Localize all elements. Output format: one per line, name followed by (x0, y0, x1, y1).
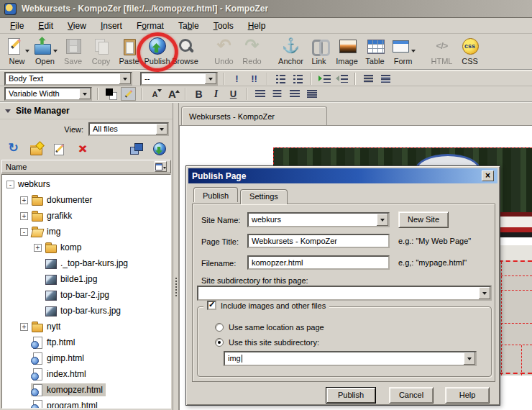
editor-tab[interactable]: Webkursets - KompoZer (181, 106, 327, 126)
site-manager-header[interactable]: Site Manager (0, 103, 173, 119)
bold-button[interactable]: B (191, 87, 206, 101)
text-color-picker[interactable] (104, 87, 119, 101)
dropdown-arrow-icon[interactable] (25, 50, 29, 53)
cascade-windows-icon[interactable] (129, 142, 143, 155)
include-images-checkbox[interactable] (207, 301, 216, 310)
dropdown-arrow-icon[interactable] (156, 124, 168, 135)
column-picker-icon[interactable] (155, 161, 167, 172)
delete-icon[interactable] (75, 142, 89, 155)
publish-site-icon[interactable] (152, 142, 166, 155)
filename-input[interactable] (247, 255, 390, 270)
window-titlebar[interactable]: Webkursets - KompoZer [file:/.../komopze… (0, 0, 532, 18)
site-subdirectory-option[interactable]: Use this site subdirectory: (215, 338, 319, 347)
tree-item-program-html[interactable]: program.html (2, 398, 170, 409)
dialog-titlebar[interactable]: Publish Page × (188, 168, 497, 183)
align-center-button[interactable] (270, 87, 285, 101)
absolute-position-button[interactable] (361, 72, 376, 86)
expand-icon[interactable]: + (20, 212, 28, 220)
menu-insert[interactable]: Insert (93, 19, 129, 33)
menu-table[interactable]: Table (171, 19, 206, 33)
menu-help[interactable]: Help (241, 19, 273, 33)
dropdown-arrow-icon[interactable] (377, 214, 388, 226)
toolbar-button-open[interactable]: Open (31, 35, 59, 65)
view-filter-select[interactable]: All files (88, 122, 169, 136)
new-site-button[interactable]: New Site (398, 211, 449, 228)
align-justify-button[interactable] (304, 87, 319, 101)
tree-item-webkurs[interactable]: -webkurs (2, 176, 170, 192)
toolbar-button-css[interactable]: cssCSS (456, 35, 484, 65)
same-location-radio[interactable] (215, 323, 224, 332)
relative-position-button[interactable] (378, 72, 393, 86)
increase-font-button[interactable]: A (165, 87, 180, 101)
help-button[interactable]: Help (445, 387, 490, 404)
dropdown-arrow-icon[interactable] (205, 73, 216, 84)
collapse-triangle-icon[interactable] (5, 109, 11, 116)
expand-icon[interactable]: + (34, 244, 42, 252)
dropdown-arrow-icon[interactable] (79, 88, 91, 99)
toolbar-button-publish[interactable]: Publish (143, 35, 171, 65)
close-icon[interactable]: × (482, 170, 494, 181)
splitter-grip-icon[interactable] (175, 278, 177, 296)
dropdown-arrow-icon[interactable] (119, 73, 131, 84)
menu-tools[interactable]: Tools (206, 19, 241, 33)
tree-item-bilde1-jpg[interactable]: bilde1.jpg (2, 271, 170, 287)
toolbar-button-new[interactable]: New (3, 35, 31, 65)
tree-item-top-bar-kurs-jpg[interactable]: ._top-bar-kurs.jpg (2, 255, 170, 271)
align-right-button[interactable] (287, 87, 302, 101)
menu-edit[interactable]: Edit (31, 19, 60, 33)
toolbar-button-paste[interactable]: Paste (115, 35, 143, 65)
site-name-select[interactable]: webkurs (247, 212, 390, 227)
edit-page-icon[interactable] (52, 142, 66, 155)
panel-splitter[interactable] (173, 103, 179, 410)
image-subdirectory-value[interactable]: img (225, 352, 464, 365)
toolbar-button-browse[interactable]: Browse (171, 35, 199, 65)
collapse-icon[interactable]: - (20, 228, 28, 236)
align-left-button[interactable] (252, 87, 267, 101)
tree-item-gimp-html[interactable]: gimp.html (2, 350, 170, 366)
decrease-font-button[interactable]: A (147, 87, 162, 101)
tree-item-ftp-html[interactable]: ftp.html (2, 334, 170, 350)
tree-item-img[interactable]: -img (2, 224, 170, 240)
numbered-list-button[interactable] (273, 72, 288, 86)
cancel-button[interactable]: Cancel (389, 387, 434, 404)
highlight-color-button[interactable] (121, 87, 136, 101)
dropdown-arrow-icon[interactable] (53, 50, 58, 53)
menu-view[interactable]: View (60, 19, 93, 33)
menu-format[interactable]: Format (129, 19, 171, 33)
site-subdirectory-radio[interactable] (215, 338, 224, 347)
toolbar-button-table[interactable]: Table (361, 35, 389, 65)
underline-button[interactable]: U (226, 87, 241, 101)
strong-emphasis-button[interactable]: !! (247, 72, 262, 86)
toolbar-button-image[interactable]: Image (333, 35, 361, 65)
dropdown-arrow-icon[interactable] (464, 352, 475, 365)
toolbar-button-link[interactable]: Link (305, 35, 333, 65)
indent-button[interactable] (317, 72, 332, 86)
page-title-input[interactable] (247, 234, 390, 248)
new-folder-icon[interactable] (29, 142, 43, 155)
tree-item-nytt[interactable]: +nytt (2, 319, 170, 334)
name-column-header[interactable]: Name (1, 160, 171, 173)
bulleted-list-button[interactable] (290, 72, 306, 86)
dropdown-arrow-icon[interactable] (479, 287, 490, 299)
tree-item-index-html[interactable]: index.html (2, 366, 170, 382)
collapse-icon[interactable]: - (6, 181, 14, 188)
dropdown-arrow-icon[interactable] (411, 50, 416, 53)
tree-item-komp[interactable]: +komp (2, 240, 170, 255)
image-subdirectory-select[interactable]: img (224, 351, 477, 366)
toolbar-button-form[interactable]: Form (389, 35, 417, 65)
class-select[interactable]: -- (140, 72, 218, 86)
paragraph-format-select[interactable]: Body Text (4, 72, 132, 86)
menu-file[interactable]: File (3, 19, 31, 33)
expand-icon[interactable]: + (20, 323, 28, 331)
outdent-button[interactable] (334, 72, 349, 86)
tree-item-grafikk[interactable]: +grafikk (2, 208, 170, 224)
tree-item-top-bar-2-jpg[interactable]: top-bar-2.jpg (2, 287, 170, 303)
refresh-icon[interactable] (6, 142, 20, 155)
dialog-tab-publish[interactable]: Publish (193, 187, 238, 202)
emphasis-button[interactable]: ! (229, 72, 244, 86)
font-select[interactable]: Variable Width (4, 87, 92, 101)
dialog-tab-settings[interactable]: Settings (240, 189, 288, 204)
italic-button[interactable]: I (208, 87, 224, 101)
site-subdirectory-select[interactable] (197, 286, 492, 301)
same-location-option[interactable]: Use same location as page (215, 323, 324, 332)
